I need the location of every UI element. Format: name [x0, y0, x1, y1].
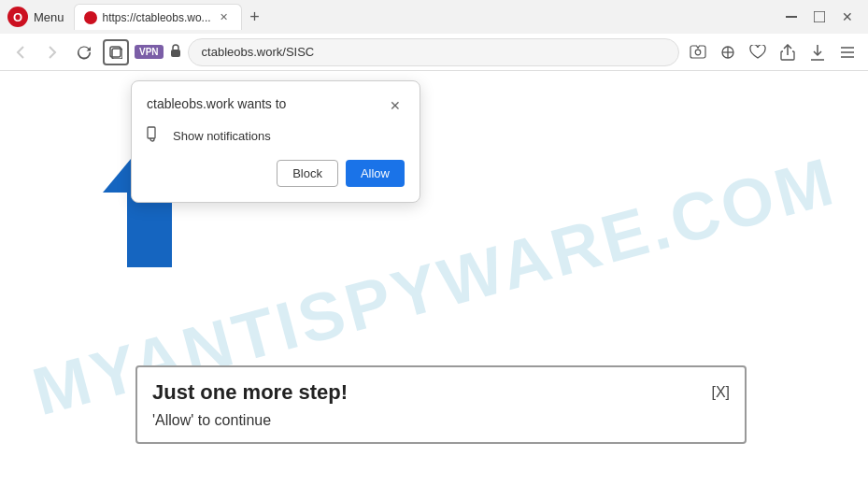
heart-icon[interactable]	[745, 39, 771, 65]
popup-close-button[interactable]: ✕	[386, 96, 405, 115]
back-button[interactable]	[7, 39, 34, 65]
step-subtitle: 'Allow' to continue	[152, 412, 730, 429]
extensions-icon[interactable]	[715, 39, 741, 65]
block-button[interactable]: Block	[277, 160, 338, 187]
svg-rect-1	[814, 11, 825, 22]
camera-icon[interactable]	[685, 39, 711, 65]
permission-text: Show notifications	[173, 129, 271, 143]
close-window-button[interactable]: ✕	[834, 4, 861, 30]
svg-rect-0	[786, 16, 797, 18]
notification-popup: ctableobs.work wants to ✕ Show notificat…	[131, 80, 420, 203]
menu-label[interactable]: Menu	[34, 10, 64, 24]
reload-button[interactable]	[71, 39, 97, 65]
opera-logo: O	[7, 7, 28, 27]
toolbar-icons	[685, 39, 861, 65]
svg-rect-4	[171, 50, 180, 57]
tab-close-button[interactable]: ✕	[217, 10, 232, 25]
share-icon[interactable]	[775, 39, 801, 65]
new-tab-button[interactable]: +	[244, 6, 266, 28]
lock-icon	[169, 43, 182, 61]
forward-button[interactable]	[39, 39, 65, 65]
url-field[interactable]	[188, 38, 679, 66]
tab-title: https://ctableobs.wo...	[103, 11, 211, 24]
svg-point-5	[695, 50, 701, 55]
browser-menu-icon[interactable]	[834, 39, 861, 65]
vpn-badge[interactable]: VPN	[135, 45, 164, 59]
window-controls: ✕	[778, 4, 861, 30]
title-bar: O Menu https://ctableobs.wo... ✕ + ✕	[0, 0, 868, 34]
popup-buttons: Block Allow	[147, 160, 405, 187]
arrow-body	[127, 193, 172, 267]
step-title: Just one more step!	[152, 380, 348, 405]
minimize-button[interactable]	[778, 4, 804, 30]
tab-bar: https://ctableobs.wo... ✕ +	[74, 4, 775, 30]
popup-permission-row: Show notifications	[147, 126, 405, 145]
step-title-row: Just one more step! [X]	[152, 380, 730, 405]
browser-frame: O Menu https://ctableobs.wo... ✕ + ✕	[0, 0, 868, 500]
tabs-button[interactable]	[103, 39, 129, 65]
step-box: Just one more step! [X] 'Allow' to conti…	[135, 365, 747, 444]
tab-favicon	[84, 11, 97, 24]
step-close-label[interactable]: [X]	[711, 384, 730, 401]
popup-title: ctableobs.work wants to	[147, 96, 286, 111]
popup-header: ctableobs.work wants to ✕	[147, 96, 405, 115]
address-bar: VPN	[0, 34, 868, 71]
notification-permission-icon	[147, 126, 165, 145]
allow-button[interactable]: Allow	[346, 160, 405, 187]
active-tab[interactable]: https://ctableobs.wo... ✕	[74, 4, 242, 30]
maximize-button[interactable]	[806, 4, 832, 30]
page-content: MYANTISPYWARE.COM ctableobs.work wants t…	[0, 71, 868, 500]
svg-rect-13	[148, 127, 155, 138]
download-icon[interactable]	[804, 39, 831, 65]
